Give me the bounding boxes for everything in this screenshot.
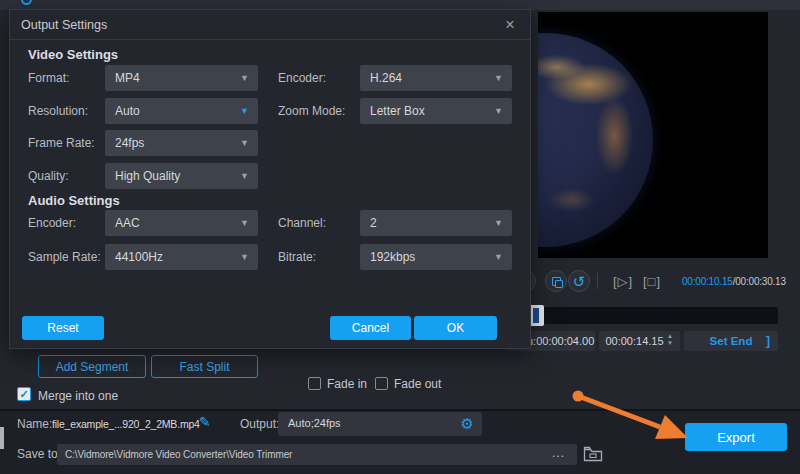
- export-button[interactable]: Export: [685, 423, 787, 451]
- encoder-label: Encoder:: [278, 71, 326, 85]
- reset-button[interactable]: Reset: [22, 316, 104, 340]
- name-value: file_example_...920_2_2MB.mp4: [52, 418, 200, 430]
- output-settings-gear-icon[interactable]: ⚙: [461, 416, 474, 431]
- quality-value: High Quality: [115, 169, 180, 183]
- save-to-value: C:\Vidmore\Vidmore Video Converter\Video…: [65, 449, 292, 460]
- chevron-down-icon: ▼: [494, 252, 503, 262]
- end-bracket-icon: ]: [766, 334, 770, 348]
- chevron-down-icon: ▼: [240, 73, 249, 83]
- output-label: Output:: [240, 417, 279, 431]
- dialog-title: Output Settings: [21, 18, 107, 32]
- zoom-mode-value: Letter Box: [370, 104, 425, 118]
- output-field[interactable]: Auto;24fps ⚙: [278, 412, 482, 436]
- video-settings-heading: Video Settings: [28, 47, 118, 62]
- format-dropdown[interactable]: MP4 ▼: [105, 65, 258, 91]
- quality-dropdown[interactable]: High Quality ▼: [105, 163, 258, 189]
- snapshot-button[interactable]: [545, 270, 567, 292]
- browse-button[interactable]: ...: [552, 446, 565, 460]
- merge-into-one-label: Merge into one: [38, 389, 118, 403]
- earth-night-frame: [538, 33, 653, 247]
- window-top-strip: [0, 0, 800, 10]
- quality-label: Quality:: [28, 169, 69, 183]
- resolution-value: Auto: [115, 104, 140, 118]
- checkmark-icon: ✓: [19, 389, 28, 400]
- merge-into-one-checkbox[interactable]: ✓: [17, 387, 31, 401]
- save-to-label: Save to:: [17, 447, 61, 461]
- fade-in-checkbox[interactable]: [308, 377, 321, 390]
- stepper-arrows-icon[interactable]: ▲▼: [667, 333, 673, 347]
- trim-handle-grip: [533, 308, 539, 323]
- open-folder-button[interactable]: [583, 446, 603, 466]
- duration-value: n:00:00:04.00: [527, 335, 594, 347]
- chevron-down-icon: ▼: [240, 252, 249, 262]
- video-preview: [538, 12, 768, 258]
- format-label: Format:: [28, 71, 69, 85]
- output-settings-dialog: Output Settings × Video Settings Format:…: [10, 10, 530, 348]
- save-to-field[interactable]: C:\Vidmore\Vidmore Video Converter\Video…: [57, 444, 577, 465]
- sample-rate-label: Sample Rate:: [28, 250, 101, 264]
- side-tab: [0, 427, 4, 449]
- time-display: 00:00:10.15/00:00:30.13: [682, 276, 786, 287]
- chevron-down-icon: ▼: [240, 138, 249, 148]
- total-time: /00:00:30.13: [733, 276, 786, 287]
- resolution-label: Resolution:: [28, 104, 88, 118]
- app-window: ↺ [▷] [□] 00:00:10.15/00:00:30.13 n:00:0…: [0, 0, 800, 474]
- folder-icon: [583, 446, 603, 462]
- dialog-header: Output Settings ×: [10, 10, 530, 40]
- fade-in-label: Fade in: [327, 377, 367, 391]
- close-icon[interactable]: ×: [500, 15, 520, 35]
- channel-label: Channel:: [278, 216, 326, 230]
- channel-dropdown[interactable]: 2 ▼: [360, 210, 512, 236]
- audio-encoder-label: Encoder:: [28, 216, 76, 230]
- audio-settings-heading: Audio Settings: [28, 193, 120, 208]
- sample-rate-value: 44100Hz: [115, 250, 163, 264]
- zoom-mode-label: Zoom Mode:: [278, 104, 345, 118]
- chevron-down-icon: ▼: [494, 218, 503, 228]
- resolution-dropdown[interactable]: Auto ▼: [105, 98, 258, 124]
- sample-rate-dropdown[interactable]: 44100Hz ▼: [105, 244, 258, 270]
- bitrate-label: Bitrate:: [278, 250, 316, 264]
- frame-rate-dropdown[interactable]: 24fps ▼: [105, 130, 258, 156]
- snapshot-icon: [552, 277, 561, 286]
- name-label: Name:: [17, 417, 52, 431]
- encoder-value: H.264: [370, 71, 402, 85]
- end-time-value: 00:00:14.15: [605, 335, 663, 347]
- chevron-down-icon: ▼: [240, 218, 249, 228]
- bitrate-dropdown[interactable]: 192kbps ▼: [360, 244, 512, 270]
- frame-rate-value: 24fps: [115, 136, 144, 150]
- end-time-field[interactable]: 00:00:14.15 ▲▼: [599, 331, 680, 351]
- fade-out-checkbox[interactable]: [375, 377, 388, 390]
- fade-out-label: Fade out: [394, 377, 441, 391]
- rotate-ccw-icon: ↺: [573, 274, 586, 289]
- chevron-down-icon: ▼: [240, 171, 249, 181]
- chevron-down-icon: ▼: [494, 73, 503, 83]
- controls-divider: [597, 273, 598, 289]
- cancel-button[interactable]: Cancel: [330, 316, 411, 340]
- chevron-down-icon: ▼: [494, 106, 503, 116]
- chevron-down-icon: ▼: [240, 106, 249, 116]
- bitrate-value: 192kbps: [370, 250, 415, 264]
- add-segment-button[interactable]: Add Segment: [38, 355, 146, 378]
- set-end-label: Set End: [710, 335, 753, 347]
- encoder-dropdown[interactable]: H.264 ▼: [360, 65, 512, 91]
- ok-button[interactable]: OK: [414, 316, 497, 340]
- arrow-dot: [573, 391, 584, 402]
- edit-name-button[interactable]: ✎: [199, 414, 211, 430]
- audio-encoder-dropdown[interactable]: AAC ▼: [105, 210, 258, 236]
- frame-rate-label: Frame Rate:: [28, 136, 95, 150]
- audio-encoder-value: AAC: [115, 216, 140, 230]
- stop-segment-button[interactable]: [□]: [643, 274, 661, 289]
- current-time: 00:00:10.15: [682, 276, 733, 287]
- output-value: Auto;24fps: [288, 417, 341, 429]
- set-end-button[interactable]: Set End ]: [684, 331, 778, 351]
- play-segment-button[interactable]: [▷]: [613, 274, 633, 289]
- settings-ring-icon: [21, 0, 32, 5]
- zoom-mode-dropdown[interactable]: Letter Box ▼: [360, 98, 512, 124]
- format-value: MP4: [115, 71, 140, 85]
- fast-split-button[interactable]: Fast Split: [151, 355, 258, 378]
- channel-value: 2: [370, 216, 377, 230]
- trim-timeline[interactable]: [528, 307, 778, 324]
- reset-playback-button[interactable]: ↺: [568, 270, 590, 292]
